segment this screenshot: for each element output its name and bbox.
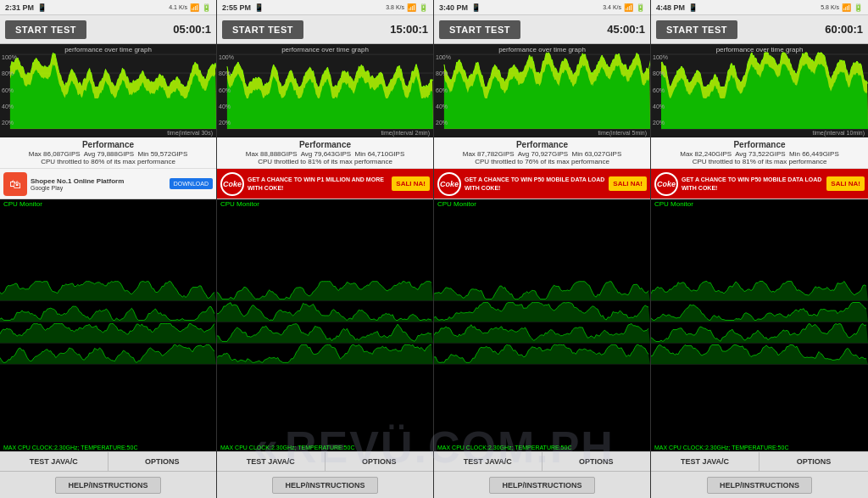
test-java-button[interactable]: TEST JAVA/C (217, 452, 326, 471)
ad-shopee: 🛍 Shopee No.1 Online Platform Google Pla… (0, 169, 216, 199)
perf-stats: Max 86,087GIPS Avg 79,888GIPS Min 59,572… (3, 150, 213, 158)
y-label: 80% (219, 70, 234, 76)
start-test-button[interactable]: START TEST (656, 20, 737, 39)
y-axis-labels: 100%80%60%40%20% (2, 54, 17, 126)
timer-display: 15:00:1 (390, 23, 428, 36)
wifi-icon: 📶 (842, 3, 851, 12)
options-button[interactable]: OPTIONS (108, 452, 217, 471)
help-button[interactable]: HELP/INSTRUCTIONS (707, 477, 812, 494)
start-test-button[interactable]: START TEST (439, 20, 520, 39)
panel-4: 4:48 PM 📱 5.8 K/s 📶 🔋 START TEST 60:00:1… (651, 0, 868, 498)
help-button[interactable]: HELP/INSTRUCTIONS (272, 477, 377, 494)
y-label: 60% (653, 87, 668, 93)
perf-stats: Max 87,782GIPS Avg 70,927GIPS Min 63,027… (437, 150, 647, 158)
y-label: 40% (653, 104, 668, 109)
y-label: 40% (2, 104, 17, 109)
timer-display: 60:00:1 (825, 23, 863, 36)
top-bar: START TEST 45:00:1 (434, 15, 650, 44)
status-bar: 2:31 PM 📱 4.1 K/s 📶 🔋 (0, 0, 216, 15)
timer-display: 05:00:1 (173, 23, 211, 36)
main-grid: 2:31 PM 📱 4.1 K/s 📶 🔋 START TEST 05:00:1… (0, 0, 868, 498)
cpu-bottom-info: MAX CPU CLOCK:2.30GHz; TEMPERATURE:50C (0, 444, 216, 451)
start-test-button[interactable]: START TEST (222, 20, 303, 39)
test-java-button[interactable]: TEST JAVA/C (434, 452, 542, 471)
status-bar: 4:48 PM 📱 5.8 K/s 📶 🔋 (651, 0, 868, 15)
status-time: 2:31 PM (5, 3, 34, 12)
x-axis-label: time(interval 5min) (598, 130, 647, 136)
cpu-bottom-info: MAX CPU CLOCK:2.30GHz; TEMPERATURE:50C (217, 444, 433, 451)
coke-text: GET A CHANCE TO WIN P1 MILLION AND MORE … (248, 176, 388, 191)
coke-logo: Coke (220, 172, 244, 196)
y-axis-labels: 100%80%60%40%20% (436, 54, 451, 126)
status-icon-phone: 📱 (37, 3, 47, 12)
bottom-buttons: TEST JAVA/C OPTIONS (651, 451, 868, 471)
perf-throttle: CPU throttled to 81% of its max performa… (654, 158, 865, 165)
network-speed: 3.8 K/s (386, 4, 404, 10)
download-button[interactable]: DOWNLOAD (170, 178, 213, 189)
network-speed: 5.8 K/s (821, 4, 839, 10)
test-java-button[interactable]: TEST JAVA/C (651, 452, 760, 471)
timer-display: 45:00:1 (607, 23, 645, 36)
help-button[interactable]: HELP/INSTRUCTIONS (55, 477, 160, 494)
ad-banner: Coke GET A CHANCE TO WIN P1 MILLION AND … (217, 169, 433, 199)
start-test-button[interactable]: START TEST (5, 20, 86, 39)
top-bar: START TEST 60:00:1 (651, 15, 868, 44)
options-button[interactable]: OPTIONS (760, 452, 868, 471)
shopee-title: Shopee No.1 Online Platform (31, 177, 166, 185)
options-button[interactable]: OPTIONS (326, 452, 434, 471)
perf-graph-container: performance over time graph 100%80%60%40… (217, 44, 433, 137)
help-button-row: HELP/INSTRUCTIONS (217, 471, 433, 498)
cpu-graph-area (651, 209, 868, 435)
battery-icon: 🔋 (854, 3, 863, 12)
help-button[interactable]: HELP/INSTRUCTIONS (489, 477, 594, 494)
cpu-graph-area (434, 209, 650, 435)
coke-text: GET A CHANCE TO WIN P50 MOBILE DATA LOAD… (465, 176, 605, 191)
perf-title: Performance (654, 140, 865, 149)
status-left: 3:40 PM 📱 (439, 3, 481, 12)
panel-2: 2:55 PM 📱 3.8 K/s 📶 🔋 START TEST 15:00:1… (217, 0, 434, 498)
perf-graph-label: performance over time graph (281, 46, 369, 53)
sali-button[interactable]: SALI NA! (392, 176, 430, 191)
status-icon-phone: 📱 (254, 3, 264, 12)
wifi-icon: 📶 (407, 3, 416, 12)
wifi-icon: 📶 (624, 3, 633, 12)
y-axis-labels: 100%80%60%40%20% (219, 54, 234, 126)
status-right: 4.1 K/s 📶 🔋 (169, 3, 211, 12)
cpu-monitor-label: CPU Monitor (217, 199, 433, 209)
wifi-icon: 📶 (190, 3, 199, 12)
y-label: 20% (436, 120, 451, 126)
y-label: 100% (436, 54, 451, 60)
perf-title: Performance (3, 140, 213, 149)
status-left: 2:55 PM 📱 (222, 3, 264, 12)
perf-info: Performance Max 86,087GIPS Avg 79,888GIP… (0, 137, 216, 169)
y-label: 80% (2, 70, 17, 76)
sali-button[interactable]: SALI NA! (826, 176, 865, 191)
test-java-button[interactable]: TEST JAVA/C (0, 452, 108, 471)
cpu-monitor-label: CPU Monitor (0, 199, 216, 209)
perf-graph-container: performance over time graph 100%80%60%40… (651, 44, 868, 137)
cpu-monitor-container: CPU Monitor MAX CPU CLOCK:2.30GHz; TEMPE… (217, 199, 433, 451)
x-axis-label: time(interval 30s) (167, 130, 213, 136)
bottom-buttons: TEST JAVA/C OPTIONS (0, 451, 216, 471)
perf-graph-label: performance over time graph (64, 46, 152, 53)
ad-banner: Coke GET A CHANCE TO WIN P50 MOBILE DATA… (434, 169, 650, 199)
sali-button[interactable]: SALI NA! (609, 176, 647, 191)
perf-throttle: CPU throttled to 76% of its max performa… (437, 158, 647, 165)
status-bar: 3:40 PM 📱 3.4 K/s 📶 🔋 (434, 0, 650, 15)
battery-icon: 🔋 (202, 3, 211, 12)
status-right: 3.8 K/s 📶 🔋 (386, 3, 428, 12)
y-label: 60% (436, 87, 451, 93)
x-axis-label: time(interval 10min) (813, 130, 865, 136)
bottom-buttons: TEST JAVA/C OPTIONS (434, 451, 650, 471)
perf-info: Performance Max 82,240GIPS Avg 73,522GIP… (651, 137, 868, 169)
perf-graph-container: performance over time graph 100%80%60%40… (434, 44, 650, 137)
panel-1: 2:31 PM 📱 4.1 K/s 📶 🔋 START TEST 05:00:1… (0, 0, 217, 498)
options-button[interactable]: OPTIONS (542, 452, 651, 471)
cpu-monitor-label: CPU Monitor (651, 199, 868, 209)
cpu-graph-area (0, 209, 216, 435)
x-axis-label: time(interval 2min) (381, 130, 430, 136)
status-icon-phone: 📱 (688, 3, 698, 12)
perf-info: Performance Max 88,888GIPS Avg 79,643GIP… (217, 137, 433, 169)
coke-logo: Coke (654, 172, 678, 196)
y-label: 20% (653, 120, 668, 126)
